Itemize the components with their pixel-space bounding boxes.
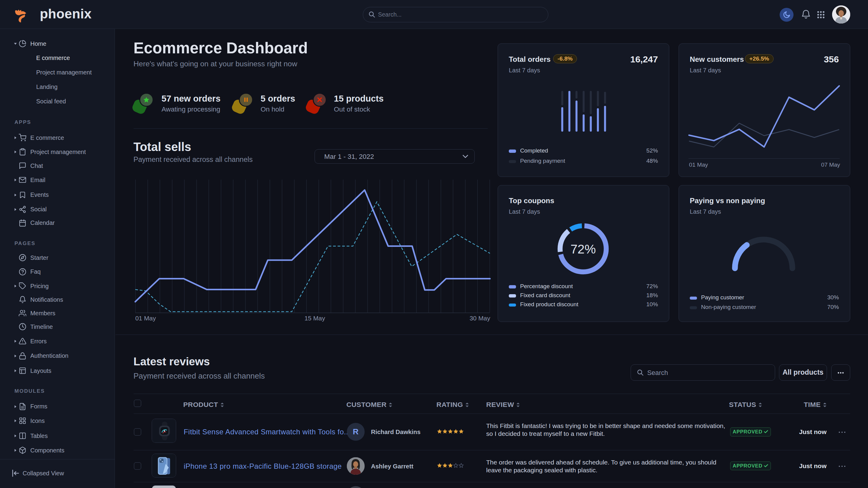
svg-text:72%: 72% [570, 242, 596, 256]
